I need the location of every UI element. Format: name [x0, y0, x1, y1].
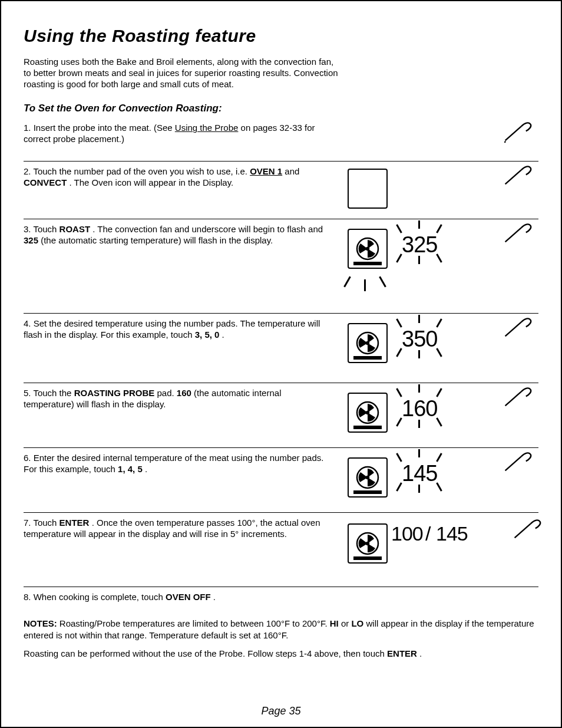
note2c: .	[419, 648, 422, 658]
probe-icon	[504, 120, 533, 144]
s7-enter: ENTER	[59, 518, 90, 528]
s4-keys: 3, 5, 0	[195, 330, 220, 340]
s2c: . The Oven icon will appear in the Displ…	[70, 177, 234, 187]
convection-icon	[348, 523, 388, 564]
step-1-text: 1. Insert the probe into the meat. (See …	[24, 123, 330, 145]
s3-roast: ROAST	[59, 224, 91, 234]
step-number: 5.	[24, 388, 33, 398]
display-6: 145	[340, 453, 538, 504]
step-2-row: 2. Touch the number pad of the oven you …	[24, 162, 538, 219]
note1c: or	[341, 618, 352, 628]
probe-icon	[504, 386, 533, 409]
s2b: and	[285, 166, 299, 176]
step-7-row: 7. Touch ENTER . Once the oven temperatu…	[24, 513, 538, 587]
note-2: Roasting can be performed without the us…	[24, 648, 538, 660]
s8-off: OVEN OFF	[166, 592, 211, 602]
step-8-text: 8. When cooking is complete, touch OVEN …	[24, 592, 330, 603]
note1d: LO	[351, 618, 363, 628]
s2a: Touch the number pad of the oven you wis…	[33, 166, 250, 176]
probe-icon	[504, 164, 533, 187]
convection-icon	[348, 229, 388, 269]
temp-readout-b: 145	[436, 522, 468, 545]
step-number: 8.	[24, 592, 34, 602]
step-number: 4.	[24, 318, 34, 328]
s5-default: 160	[177, 388, 191, 398]
display-8	[340, 592, 538, 607]
temp-slash: /	[425, 522, 430, 545]
flash-ticks-temp	[395, 314, 454, 361]
s3-default: 325	[24, 235, 38, 245]
step-number: 2.	[24, 166, 33, 176]
section-heading: To Set the Oven for Convection Roasting:	[24, 103, 538, 114]
s4a: Set the desired temperature using the nu…	[24, 318, 320, 340]
note2a: Roasting can be performed without the us…	[24, 648, 387, 658]
s6b: .	[145, 464, 147, 474]
step-6-text: 6. Enter the desired internal temperatur…	[24, 453, 330, 475]
display-1	[340, 123, 538, 153]
display-4: 350	[340, 318, 538, 374]
convection-icon	[348, 393, 388, 433]
fan-icon	[355, 236, 381, 262]
s5-probe: ROASTING PROBE	[74, 388, 155, 398]
step-5-row: 5. Touch the ROASTING PROBE pad. 160 (th…	[24, 383, 538, 448]
step-number: 7.	[24, 518, 33, 528]
note1b: HI	[330, 618, 339, 628]
oven-icon-empty	[348, 169, 388, 209]
s6-keys: 1, 4, 5	[118, 464, 143, 474]
flash-ticks-temp	[395, 219, 454, 266]
display-2	[340, 166, 538, 210]
manual-page: Using the Roasting feature Roasting uses…	[0, 0, 562, 728]
s5a: Touch the	[33, 388, 74, 398]
s3a: Touch	[33, 224, 59, 234]
probe-icon	[514, 518, 542, 541]
s8a: When cooking is complete, touch	[34, 592, 166, 602]
fan-icon	[355, 400, 381, 426]
s2-convect: CONVECT	[24, 177, 67, 187]
s3c: (the automatic starting temperature) wil…	[41, 235, 273, 245]
s8b: .	[213, 592, 216, 602]
step-2-text: 2. Touch the number pad of the oven you …	[24, 166, 330, 189]
fan-icon	[355, 465, 381, 490]
step-number: 3.	[24, 224, 33, 234]
convection-icon	[348, 323, 388, 363]
s2-oven: OVEN 1	[250, 166, 282, 176]
step-7-text: 7. Touch ENTER . Once the oven temperatu…	[24, 518, 330, 540]
step-5-text: 5. Touch the ROASTING PROBE pad. 160 (th…	[24, 388, 330, 410]
s3b: . The convection fan and underscore will…	[92, 224, 323, 234]
notes-label: NOTES:	[24, 618, 57, 628]
s6a: Enter the desired internal temperature o…	[24, 453, 323, 474]
page-footer: Page 35	[1, 705, 561, 717]
step-number: 6.	[24, 453, 34, 463]
step1-a: Insert the probe into the meat. (See	[34, 123, 175, 133]
probe-icon	[504, 222, 533, 245]
flash-ticks-icon	[335, 266, 405, 308]
s5b: pad.	[157, 388, 176, 398]
fan-icon	[355, 330, 381, 356]
s7a: Touch	[33, 518, 59, 528]
flash-ticks-temp	[395, 383, 454, 430]
step-3-row: 3. Touch ROAST . The convection fan and …	[24, 219, 538, 314]
step-4-text: 4. Set the desired temperature using the…	[24, 318, 330, 341]
page-title: Using the Roasting feature	[24, 26, 538, 46]
s4b: .	[222, 330, 224, 340]
notes-block: NOTES: Roasting/Probe temperatures are l…	[24, 618, 538, 641]
temp-readout-a: 100	[391, 522, 423, 545]
step-1-row: 1. Insert the probe into the meat. (See …	[24, 118, 538, 162]
fan-icon	[355, 531, 381, 556]
probe-icon	[504, 316, 533, 340]
intro-paragraph: Roasting uses both the Bake and Broil el…	[24, 57, 342, 90]
note1a: Roasting/Probe temperatures are limited …	[59, 618, 330, 628]
display-7: 100 / 145	[340, 518, 538, 578]
step1-link: Using the Probe	[175, 123, 239, 133]
flash-ticks-temp	[395, 448, 454, 495]
convection-icon	[348, 457, 388, 498]
display-5: 160	[340, 388, 538, 439]
step-4-row: 4. Set the desired temperature using the…	[24, 314, 538, 383]
probe-icon	[504, 450, 533, 474]
step-3-text: 3. Touch ROAST . The convection fan and …	[24, 224, 330, 246]
step-number: 1.	[24, 123, 34, 133]
note2b: ENTER	[387, 648, 417, 658]
display-3: 325	[340, 224, 538, 305]
step-8-row: 8. When cooking is complete, touch OVEN …	[24, 587, 538, 611]
step-6-row: 6. Enter the desired internal temperatur…	[24, 448, 538, 513]
